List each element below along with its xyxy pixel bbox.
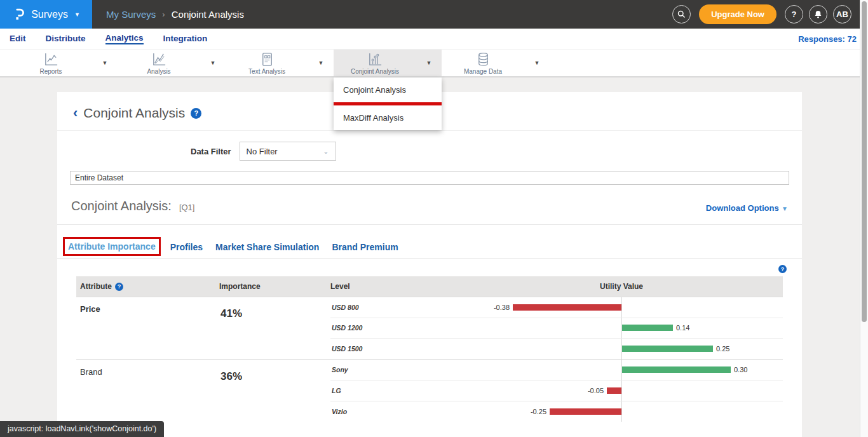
page-title: Conjoint Analysis xyxy=(83,105,185,121)
utility-table: Attribute ? Importance Level Utility Val… xyxy=(76,276,783,422)
conjoint-analysis-caret-down-icon[interactable]: ▼ xyxy=(416,50,442,76)
level-label: USD 1200 xyxy=(330,324,448,332)
level-label: USD 1500 xyxy=(330,345,448,353)
content-area: ‹ Conjoint Analysis ? Data Filter No Fil… xyxy=(0,77,868,437)
utility-bar-area: -0.25 xyxy=(448,401,783,422)
dropdown-item-conjoint-analysis[interactable]: Conjoint Analysis xyxy=(334,77,442,102)
help-button[interactable]: ? xyxy=(785,5,803,24)
toolbar-analysis[interactable]: Analysis ▼ xyxy=(118,50,226,76)
page-help-icon[interactable]: ? xyxy=(191,108,201,119)
table-help-icon[interactable]: ? xyxy=(778,265,787,273)
reports-caret-down-icon[interactable]: ▼ xyxy=(92,50,118,76)
product-caret-down-icon: ▼ xyxy=(74,11,80,18)
responses-count[interactable]: Responses: 72 xyxy=(798,34,857,44)
tab-market-share-simulation[interactable]: Market Share Simulation xyxy=(209,239,325,259)
tab-attribute-importance[interactable]: Attribute Importance xyxy=(68,241,156,252)
utility-value-label: -0.38 xyxy=(494,304,510,311)
toolbar-analysis-label: Analysis xyxy=(147,68,170,75)
breadcrumb: My Surveys › Conjoint Analysis xyxy=(106,9,244,20)
toolbar-text-analysis[interactable]: Text Analysis ▼ xyxy=(226,50,334,76)
analytics-toolbar: Reports ▼ Analysis ▼ Text Analysis ▼ Con… xyxy=(0,50,868,77)
conjoint-dropdown-menu: Conjoint Analysis MaxDiff Analysis xyxy=(334,77,442,130)
level-row: Sony0.30 xyxy=(330,360,783,381)
toolbar-reports[interactable]: Reports ▼ xyxy=(10,50,118,76)
product-switcher[interactable]: Surveys ▼ xyxy=(0,0,92,29)
toolbar-conjoint-analysis-label: Conjoint Analysis xyxy=(351,68,399,75)
levels-list: USD 800-0.38USD 12000.14USD 15000.25 xyxy=(330,297,783,360)
utility-value-label: 0.30 xyxy=(734,366,747,373)
search-icon xyxy=(677,10,686,19)
dropdown-item-maxdiff-analysis[interactable]: MaxDiff Analysis xyxy=(334,105,442,130)
data-filter-select[interactable]: No Filter ⌄ xyxy=(240,142,336,161)
column-header-attribute: Attribute xyxy=(80,282,112,291)
toolbar-conjoint-analysis[interactable]: Conjoint Analysis ▼ xyxy=(334,50,442,76)
section-heading: Conjoint Analysis: xyxy=(71,199,172,213)
menu-item-integration[interactable]: Integration xyxy=(163,34,208,44)
menu-item-edit[interactable]: Edit xyxy=(10,34,26,44)
levels-list: Sony0.30LG-0.05Vizio-0.25 xyxy=(330,360,783,422)
toolbar-reports-label: Reports xyxy=(39,68,62,75)
attribute-name: Price xyxy=(76,297,219,360)
manage-data-caret-down-icon[interactable]: ▼ xyxy=(524,50,550,76)
level-label: Sony xyxy=(330,366,448,373)
toolbar-manage-data[interactable]: Manage Data ▼ xyxy=(442,50,550,76)
level-row: USD 15000.25 xyxy=(330,339,783,360)
select-chevron-down-icon: ⌄ xyxy=(323,147,329,156)
tab-brand-premium[interactable]: Brand Premium xyxy=(325,239,404,259)
search-button[interactable] xyxy=(672,5,691,24)
analysis-caret-down-icon[interactable]: ▼ xyxy=(200,50,226,76)
level-label: USD 800 xyxy=(330,304,448,311)
reports-chart-icon xyxy=(43,51,59,67)
download-options-link[interactable]: Download Options xyxy=(706,203,779,213)
attribute-importance-value: 36% xyxy=(219,360,330,422)
negative-utility-bar xyxy=(550,408,621,415)
questionpro-logo-icon xyxy=(12,8,26,22)
upgrade-now-button[interactable]: Upgrade Now xyxy=(699,4,776,24)
dataset-value: Entire Dataset xyxy=(75,173,123,182)
utility-bar-area: 0.30 xyxy=(448,360,783,380)
column-header-utility-value: Utility Value xyxy=(600,282,643,291)
attribute-name: Brand xyxy=(76,360,219,422)
conjoint-analysis-card: ‹ Conjoint Analysis ? Data Filter No Fil… xyxy=(57,92,802,437)
result-tabs: Attribute Importance Profiles Market Sha… xyxy=(57,225,802,259)
positive-utility-bar xyxy=(622,325,673,331)
attribute-help-icon[interactable]: ? xyxy=(115,283,123,291)
menu-item-analytics[interactable]: Analytics xyxy=(105,33,144,44)
table-header: Attribute ? Importance Level Utility Val… xyxy=(76,276,783,297)
utility-bar-area: 0.25 xyxy=(448,339,783,360)
manage-data-database-icon xyxy=(475,51,491,67)
utility-value-label: -0.05 xyxy=(588,387,604,394)
utility-bar-area: 0.14 xyxy=(448,318,783,339)
download-caret-down-icon[interactable]: ▼ xyxy=(782,205,788,212)
utility-value-label: 0.14 xyxy=(676,324,689,332)
breadcrumb-my-surveys[interactable]: My Surveys xyxy=(106,9,156,20)
level-row: USD 800-0.38 xyxy=(330,297,783,318)
table-body: Price41%USD 800-0.38USD 12000.14USD 1500… xyxy=(76,297,783,422)
utility-bar-area: -0.38 xyxy=(448,297,783,318)
level-row: Vizio-0.25 xyxy=(330,401,783,422)
toolbar-text-analysis-label: Text Analysis xyxy=(248,68,285,75)
column-header-importance: Importance xyxy=(219,282,330,291)
product-name: Surveys xyxy=(31,9,68,20)
conjoint-analysis-scatter-icon xyxy=(367,51,383,67)
column-header-level: Level xyxy=(330,282,448,291)
text-analysis-caret-down-icon[interactable]: ▼ xyxy=(308,50,334,76)
positive-utility-bar xyxy=(622,346,713,352)
tab-profiles[interactable]: Profiles xyxy=(164,239,209,259)
level-label: Vizio xyxy=(330,408,448,415)
notifications-button[interactable] xyxy=(809,5,827,24)
text-analysis-document-icon xyxy=(259,51,275,67)
attribute-group: Price41%USD 800-0.38USD 12000.14USD 1500… xyxy=(76,297,783,360)
breadcrumb-current: Conjoint Analysis xyxy=(172,9,244,20)
attribute-group: Brand36%Sony0.30LG-0.05Vizio-0.25 xyxy=(76,360,783,422)
menu-item-distribute[interactable]: Distribute xyxy=(46,34,86,44)
scrollbar-thumb[interactable] xyxy=(862,1,867,322)
vertical-scrollbar[interactable] xyxy=(860,0,868,437)
toolbar-manage-data-label: Manage Data xyxy=(464,68,502,75)
data-filter-value: No Filter xyxy=(247,147,278,156)
back-chevron-icon[interactable]: ‹ xyxy=(73,106,78,120)
bell-icon xyxy=(813,10,823,19)
avatar[interactable]: AB xyxy=(833,5,851,24)
dataset-field[interactable]: Entire Dataset xyxy=(70,171,789,185)
level-row: LG-0.05 xyxy=(330,380,783,401)
